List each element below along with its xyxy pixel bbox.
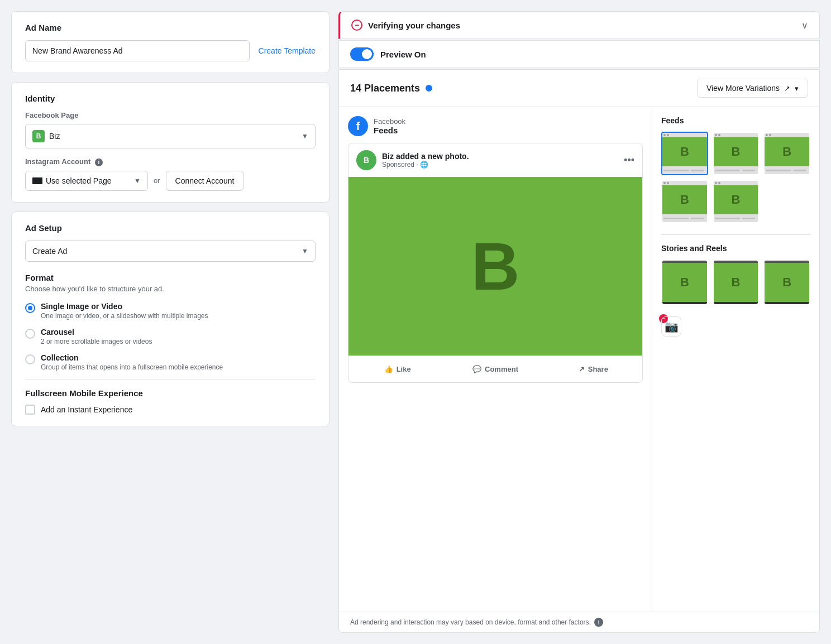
- view-more-variations-btn[interactable]: View More Variations ↗ ▾: [697, 79, 808, 98]
- right-panel: − Verifying your changes ∨ Preview On 14…: [338, 11, 820, 633]
- instagram-account-row: Use selected Page ▼ or Connect Account: [25, 171, 316, 191]
- preview-bar: Preview On: [338, 40, 820, 68]
- placements-dot-icon: [426, 85, 432, 92]
- footer-note-text: Ad rendering and interaction may vary ba…: [350, 618, 591, 626]
- ad-name-input[interactable]: [25, 40, 250, 61]
- ad-user-name: Biz added a new photo.: [382, 152, 469, 161]
- instant-experience-checkbox[interactable]: [25, 405, 35, 415]
- format-radio-collection[interactable]: [25, 354, 35, 364]
- like-label: Like: [397, 365, 411, 373]
- ad-image: B: [348, 177, 642, 355]
- format-radio-carousel[interactable]: [25, 329, 35, 339]
- ad-sponsored-label: Sponsored · 🌐: [382, 161, 469, 169]
- ad-name-section-title: Ad Name: [25, 23, 316, 32]
- fb-platform-label: Facebook: [374, 117, 405, 126]
- page-select-chevron-icon: ▼: [302, 132, 308, 140]
- ad-preview-card: B Biz added a new photo. Sponsored · 🌐 •…: [348, 143, 643, 383]
- format-single-desc: One image or video, or a slideshow with …: [41, 312, 208, 320]
- facebook-logo-icon: f: [348, 116, 368, 136]
- use-selected-page-btn[interactable]: Use selected Page ▼: [25, 171, 148, 191]
- verifying-text: Verifying your changes: [368, 21, 460, 30]
- format-single-label: Single Image or Video: [41, 302, 208, 311]
- facebook-page-select[interactable]: B Biz ▼: [25, 124, 316, 148]
- feeds-thumb-2[interactable]: B: [713, 132, 760, 175]
- use-selected-page-label: Use selected Page: [46, 176, 112, 185]
- comment-label: Comment: [485, 365, 518, 373]
- verifying-icon: −: [351, 20, 362, 31]
- biz-page-icon: B: [32, 130, 45, 142]
- ad-user-row: B Biz added a new photo. Sponsored · 🌐: [356, 150, 469, 170]
- stories-section-title: Stories and Reels: [661, 244, 810, 253]
- or-text: or: [154, 176, 160, 185]
- ig-select-chevron-icon: ▼: [134, 177, 141, 185]
- feeds-thumb-3[interactable]: B: [763, 132, 810, 175]
- share-icon: ↗: [579, 365, 585, 373]
- feeds-thumb-5[interactable]: B: [713, 180, 760, 223]
- ad-more-options-icon[interactable]: •••: [624, 155, 634, 166]
- feeds-section-title: Feeds: [661, 116, 810, 125]
- stories-thumb-1[interactable]: B: [661, 259, 708, 305]
- connect-account-button[interactable]: Connect Account: [166, 171, 244, 191]
- thumbnails-panel: Feeds B: [652, 107, 819, 612]
- like-icon: 👍: [384, 365, 393, 373]
- comment-button[interactable]: 💬 Comment: [446, 361, 544, 378]
- ad-name-card: Ad Name Create Template: [11, 11, 329, 73]
- fb-page-select-inner: B Biz: [32, 130, 60, 142]
- format-option-single-text: Single Image or Video One image or video…: [41, 302, 208, 320]
- instagram-info-icon: i: [95, 158, 103, 166]
- fb-label-row: f Facebook Feeds: [348, 116, 643, 136]
- biz-page-name: Biz: [49, 132, 60, 141]
- format-option-carousel-text: Carousel 2 or more scrollable images or …: [41, 328, 152, 345]
- ad-setup-card: Ad Setup Create Ad ▼ Format Choose how y…: [11, 212, 329, 426]
- ig-error-row: − 📷: [661, 316, 810, 337]
- format-label: Format: [25, 273, 316, 282]
- instant-experience-row: Add an Instant Experience: [25, 405, 316, 415]
- create-ad-select[interactable]: Create Ad ▼: [25, 241, 316, 262]
- format-carousel-label: Carousel: [41, 328, 152, 337]
- feeds-thumb-1[interactable]: B: [661, 132, 708, 175]
- placements-header: 14 Placements View More Variations ↗ ▾: [339, 70, 819, 107]
- verifying-chevron-icon[interactable]: ∨: [801, 20, 808, 31]
- format-carousel-desc: 2 or more scrollable images or videos: [41, 338, 152, 345]
- footer-info-icon: i: [594, 618, 603, 627]
- preview-on-label: Preview On: [380, 50, 426, 59]
- ig-flag-icon: [32, 177, 42, 184]
- feeds-thumb-4[interactable]: B: [661, 180, 708, 223]
- ad-actions-bar: 👍 Like 💬 Comment ↗ Share: [348, 355, 642, 382]
- create-ad-label: Create Ad: [32, 247, 67, 256]
- instagram-icon: 📷: [661, 316, 681, 337]
- share-button[interactable]: ↗ Share: [545, 361, 642, 378]
- preview-main: f Facebook Feeds B Biz added a new photo…: [339, 107, 652, 612]
- stories-thumb-2[interactable]: B: [713, 259, 760, 305]
- format-collection-desc: Group of items that opens into a fullscr…: [41, 363, 223, 371]
- left-panel: Ad Name Create Template Identity Faceboo…: [11, 11, 329, 633]
- share-label: Share: [588, 365, 608, 373]
- identity-section-title: Identity: [25, 94, 316, 103]
- ad-image-b-letter: B: [471, 228, 520, 305]
- ig-icon-wrapper: − 📷: [661, 316, 681, 337]
- external-link-icon: ↗: [784, 84, 790, 93]
- format-option-collection: Collection Group of items that opens int…: [25, 353, 316, 371]
- format-option-carousel: Carousel 2 or more scrollable images or …: [25, 328, 316, 345]
- format-option-single: Single Image or Video One image or video…: [25, 302, 316, 320]
- verifying-left: − Verifying your changes: [351, 20, 460, 31]
- view-chevron-icon: ▾: [795, 84, 799, 93]
- like-button[interactable]: 👍 Like: [348, 361, 446, 378]
- preview-toggle[interactable]: [350, 47, 374, 61]
- ad-user-info: Biz added a new photo. Sponsored · 🌐: [382, 152, 469, 169]
- create-template-link[interactable]: Create Template: [259, 46, 316, 55]
- format-radio-single[interactable]: [25, 303, 35, 313]
- ad-setup-section-title: Ad Setup: [25, 223, 316, 233]
- create-ad-chevron-icon: ▼: [302, 247, 308, 255]
- facebook-page-label: Facebook Page: [25, 111, 316, 119]
- biz-avatar: B: [356, 150, 376, 170]
- instagram-account-label: Instagram Account i: [25, 157, 316, 166]
- footer-note: Ad rendering and interaction may vary ba…: [339, 612, 819, 632]
- thumb-divider: [661, 234, 810, 235]
- stories-thumb-3[interactable]: B: [763, 259, 810, 305]
- format-subtitle: Choose how you'd like to structure your …: [25, 285, 316, 293]
- instant-experience-label: Add an Instant Experience: [41, 405, 132, 414]
- fullscreen-label: Fullscreen Mobile Experience: [25, 388, 316, 398]
- format-option-collection-text: Collection Group of items that opens int…: [41, 353, 223, 371]
- fb-label-text-block: Facebook Feeds: [374, 117, 405, 135]
